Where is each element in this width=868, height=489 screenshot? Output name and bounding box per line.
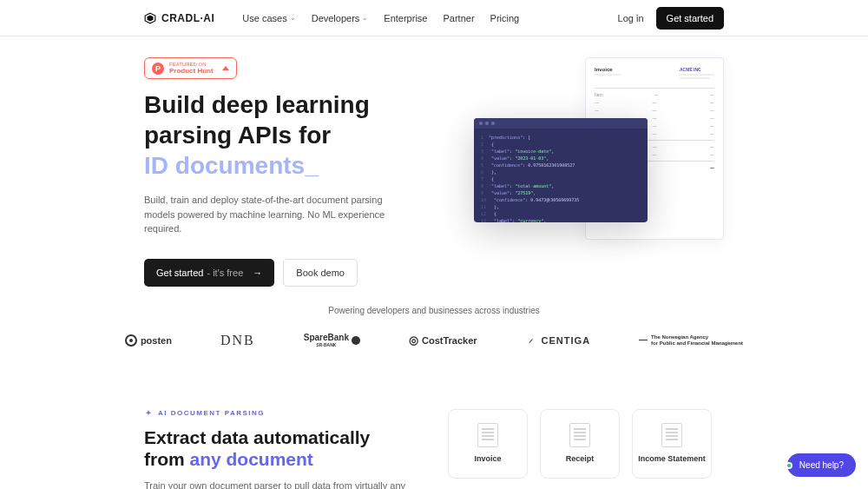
nav-pricing[interactable]: Pricing	[490, 13, 520, 23]
logo[interactable]: CRADL·AI	[144, 12, 214, 24]
chevron-down-icon: ⌄	[290, 14, 296, 22]
hero-left: P FEATURED ON Product Hunt Build deep le…	[144, 57, 457, 287]
login-link[interactable]: Log in	[618, 13, 644, 23]
get-started-button[interactable]: Get started	[656, 7, 724, 30]
hero: P FEATURED ON Product Hunt Build deep le…	[0, 36, 868, 287]
social-proof: Powering developers and businesses acros…	[0, 287, 868, 374]
eyebrow: AI DOCUMENT PARSING	[144, 409, 413, 418]
product-hunt-badge[interactable]: P FEATURED ON Product Hunt	[144, 57, 237, 79]
sparebank-logo: SpareBankSR-BANK	[304, 333, 360, 347]
hero-title: Build deep learning parsing APIs for ID …	[144, 89, 457, 181]
help-widget[interactable]: Need help?	[787, 453, 856, 477]
logo-text: CRADL·AI	[161, 12, 214, 24]
norwegian-agency-logo: The Norwegian Agencyfor Public and Finan…	[639, 334, 743, 346]
code-preview: 1"predictions": [2 {3 "label": "invoice-…	[474, 118, 648, 222]
nav-developers[interactable]: Developers⌄	[312, 13, 369, 23]
section-extract: AI DOCUMENT PARSING Extract data automat…	[0, 374, 868, 489]
nav: Use cases⌄ Developers⌄ Enterprise Partne…	[242, 13, 519, 23]
costtracker-logo: ◎CostTracker	[409, 334, 477, 347]
hero-illustration: Invoice ACME INC Item—— ——— ——— ——— ——— …	[474, 57, 724, 257]
sparkle-icon	[144, 409, 153, 418]
section-extract-subtitle: Train your own document parser to pull d…	[144, 479, 413, 489]
product-hunt-icon: P	[152, 63, 164, 75]
section-extract-title: Extract data automatically from any docu…	[144, 426, 413, 470]
document-icon	[661, 423, 682, 447]
hero-cta: Get started - it's free → Book demo	[144, 259, 457, 287]
nav-use-cases[interactable]: Use cases⌄	[242, 13, 295, 23]
header-left: CRADL·AI Use cases⌄ Developers⌄ Enterpri…	[144, 12, 519, 24]
partner-logos: posten DNB SpareBankSR-BANK ◎CostTracker…	[0, 333, 868, 348]
centiga-logo: ⟋CENTIGA	[526, 335, 591, 346]
nav-partner[interactable]: Partner	[443, 13, 474, 23]
upvote-icon	[222, 66, 229, 70]
social-proof-title: Powering developers and businesses acros…	[0, 306, 868, 315]
chevron-down-icon: ⌄	[362, 14, 368, 22]
window-controls	[474, 118, 648, 129]
product-hunt-text: FEATURED ON Product Hunt	[169, 62, 214, 75]
posten-logo: posten	[125, 334, 172, 347]
dnb-logo: DNB	[220, 333, 255, 348]
status-dot-icon	[786, 462, 792, 469]
target-icon: ◎	[409, 334, 418, 347]
card-receipt[interactable]: Receipt	[540, 409, 620, 479]
code-body: 1"predictions": [2 {3 "label": "invoice-…	[474, 129, 648, 222]
document-icon	[569, 423, 590, 447]
svg-marker-1	[148, 15, 154, 21]
logo-icon	[144, 12, 156, 24]
card-invoice[interactable]: Invoice	[448, 409, 528, 479]
card-income-statement[interactable]: Income Statement	[632, 409, 712, 479]
document-type-cards: Invoice Receipt Income Statement	[448, 409, 724, 489]
hero-subtitle: Build, train and deploy state-of-the-art…	[144, 193, 396, 236]
section-extract-text: AI DOCUMENT PARSING Extract data automat…	[144, 409, 413, 489]
nav-enterprise[interactable]: Enterprise	[384, 13, 427, 23]
document-icon	[477, 423, 498, 447]
header: CRADL·AI Use cases⌄ Developers⌄ Enterpri…	[0, 0, 868, 36]
hero-get-started-button[interactable]: Get started - it's free →	[144, 259, 274, 287]
book-demo-button[interactable]: Book demo	[283, 259, 358, 287]
arrow-right-icon: →	[253, 268, 262, 278]
header-right: Log in Get started	[618, 7, 724, 30]
